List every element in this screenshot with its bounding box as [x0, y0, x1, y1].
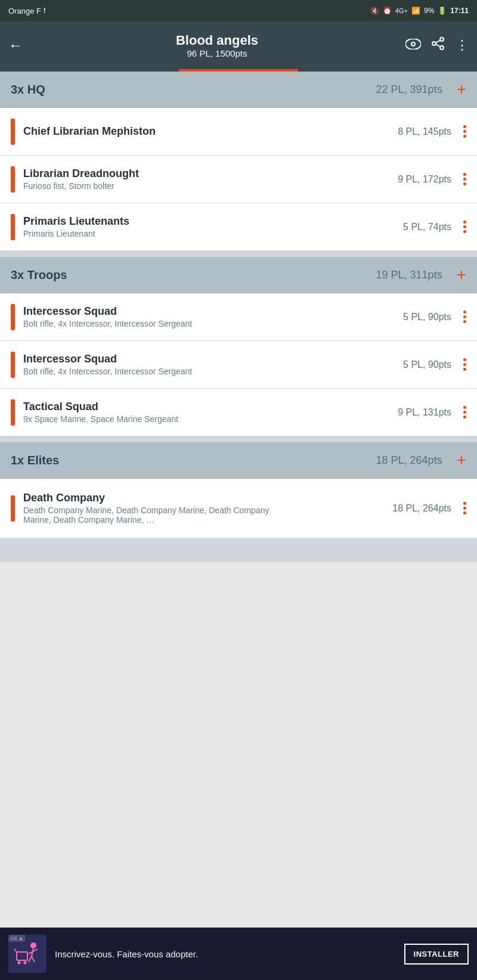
status-right: 🔇 ⏰ 4G+ 📶 9% 🔋 17:11 [370, 7, 469, 15]
unit-name: Death Company [23, 492, 392, 504]
svg-point-4 [440, 46, 444, 49]
elites-label: 1x Elites [11, 454, 59, 467]
list-item: Intercessor Squad Bolt rifle, 4x Interce… [0, 293, 477, 341]
hq-pts: 22 PL, 391pts [376, 83, 442, 96]
hq-right: 22 PL, 391pts + [376, 80, 466, 99]
eye-button[interactable] [405, 38, 421, 53]
unit-menu-button[interactable] [459, 170, 471, 188]
dot3 [463, 182, 466, 185]
ad-attribution: Ad ▲ [8, 935, 25, 942]
unit-right: 9 PL, 131pts [398, 404, 477, 421]
list-item: Death Company Death Company Marine, Deat… [0, 479, 477, 538]
unit-info: Death Company Death Company Marine, Deat… [23, 492, 392, 525]
ad-install-button[interactable]: INSTALLER [404, 944, 469, 965]
unit-pts: 9 PL, 172pts [398, 174, 451, 185]
header-actions: ⋮ [405, 37, 469, 54]
unit-accent-bar [11, 304, 15, 330]
dot1 [463, 173, 466, 176]
unit-sub: Bolt rifle, 4x Intercessor, Intercessor … [23, 319, 403, 328]
dot3 [463, 230, 466, 233]
unit-menu-button[interactable] [459, 356, 471, 373]
dot3 [463, 135, 466, 138]
svg-point-16 [18, 962, 21, 965]
elites-right: 18 PL, 264pts + [376, 451, 466, 470]
ad-text: Inscrivez-vous. Faites-vous adopter. [55, 948, 396, 960]
unit-info: Chief Librarian Mephiston [23, 125, 398, 138]
dot1 [463, 358, 466, 361]
unit-sub: Primaris Lieutenant [23, 229, 403, 238]
svg-point-17 [24, 962, 27, 965]
elites-add-button[interactable]: + [457, 451, 466, 470]
unit-sub: Furioso fist, Storm bolter [23, 181, 398, 191]
dot3 [463, 320, 466, 323]
unit-menu-button[interactable] [459, 123, 471, 140]
unit-menu-button[interactable] [459, 308, 471, 325]
ad-banner: Ad ▲ Inscrivez-vous. Faites-vous adopter… [0, 928, 477, 980]
unit-pts: 5 PL, 74pts [403, 222, 451, 232]
unit-name: Intercessor Squad [23, 305, 403, 318]
share-button[interactable] [432, 37, 445, 54]
troops-pts: 19 PL, 311pts [376, 269, 442, 281]
troops-add-button[interactable]: + [457, 265, 466, 284]
svg-point-3 [440, 38, 444, 41]
army-stats: 96 PL, 1500pts [29, 48, 405, 58]
battery-level: 9% [424, 7, 434, 15]
dot2 [463, 225, 466, 228]
unit-right: 18 PL, 264pts [392, 500, 477, 517]
unit-pts: 9 PL, 131pts [398, 407, 451, 418]
troops-right: 19 PL, 311pts + [376, 265, 466, 284]
list-item: Tactical Squad 9x Space Marine, Space Ma… [0, 389, 477, 436]
dot2 [463, 315, 466, 318]
hq-add-button[interactable]: + [457, 80, 466, 99]
mute-icon: 🔇 [370, 7, 379, 15]
unit-sub: Bolt rifle, 4x Intercessor, Intercessor … [23, 367, 403, 376]
unit-accent-bar [11, 119, 15, 145]
dot3 [463, 415, 466, 418]
dot2 [463, 130, 466, 133]
unit-pts: 5 PL, 90pts [403, 312, 451, 322]
unit-accent-bar [11, 352, 15, 378]
dot1 [463, 221, 466, 224]
section-gap-2 [0, 544, 477, 562]
unit-sub: Death Company Marine, Death Company Mari… [23, 505, 274, 525]
unit-pts: 5 PL, 90pts [403, 359, 451, 370]
dot2 [463, 411, 466, 414]
tab-indicator [0, 69, 477, 72]
battery-icon: 🔋 [438, 7, 447, 15]
unit-name: Chief Librarian Mephiston [23, 125, 398, 138]
network-icon: 4G+ [395, 7, 408, 14]
list-item: Librarian Dreadnought Furioso fist, Stor… [0, 156, 477, 203]
dot1 [463, 125, 466, 128]
unit-menu-button[interactable] [459, 500, 471, 517]
dot1 [463, 406, 466, 409]
signal-bars-icon: 📶 [411, 7, 420, 15]
section-gap [0, 436, 477, 442]
unit-accent-bar [11, 495, 15, 522]
army-name: Blood angels [29, 33, 405, 48]
svg-line-6 [436, 41, 440, 44]
unit-name: Intercessor Squad [23, 353, 403, 365]
header: ← Blood angels 96 PL, 1500pts ⋮ [0, 21, 477, 69]
elites-pts: 18 PL, 264pts [376, 454, 442, 467]
hq-label: 3x HQ [11, 83, 45, 97]
carrier-name: Orange F [8, 7, 41, 15]
unit-menu-button[interactable] [459, 404, 471, 421]
troops-label: 3x Troops [11, 268, 67, 282]
dot2 [463, 363, 466, 366]
list-item: Primaris Lieutenants Primaris Lieutenant… [0, 203, 477, 251]
unit-info: Primaris Lieutenants Primaris Lieutenant [23, 215, 403, 238]
more-options-button[interactable]: ⋮ [456, 38, 469, 53]
list-item: Intercessor Squad Bolt rifle, 4x Interce… [0, 341, 477, 389]
unit-menu-button[interactable] [459, 218, 471, 235]
dot2 [463, 178, 466, 181]
carrier-info: Orange F f [8, 7, 45, 15]
svg-point-9 [30, 942, 36, 948]
unit-right: 5 PL, 90pts [403, 356, 477, 373]
back-button[interactable]: ← [8, 37, 23, 54]
dot1 [463, 502, 466, 505]
troops-section-header: 3x Troops 19 PL, 311pts + [0, 257, 477, 293]
facebook-icon: f [44, 7, 45, 15]
unit-info: Librarian Dreadnought Furioso fist, Stor… [23, 168, 398, 191]
unit-sub: 9x Space Marine, Space Marine Sergeant [23, 414, 398, 424]
unit-info: Tactical Squad 9x Space Marine, Space Ma… [23, 401, 398, 424]
